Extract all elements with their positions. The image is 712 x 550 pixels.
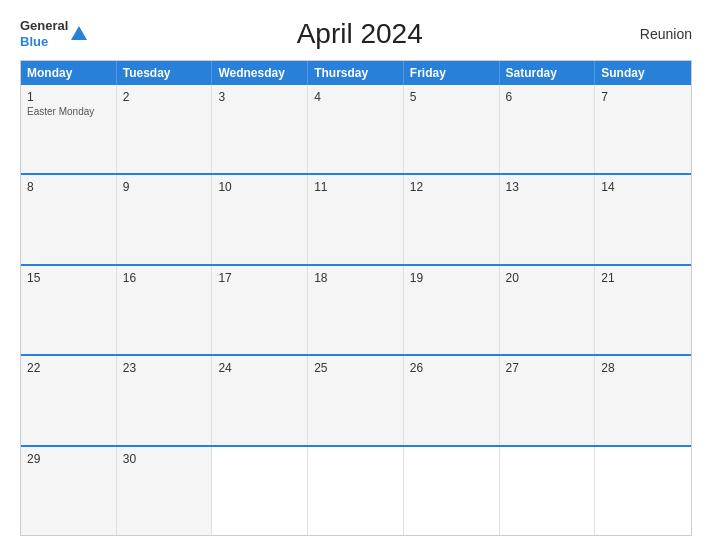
day-cell-0-0: 1Easter Monday [21,85,117,173]
day-cell-2-0: 15 [21,266,117,354]
day-cell-4-0: 29 [21,447,117,535]
week-2: 891011121314 [21,173,691,263]
day-number: 20 [506,271,589,285]
day-cell-3-1: 23 [117,356,213,444]
week-3: 15161718192021 [21,264,691,354]
calendar-page: General Blue April 2024 Reunion Monday T… [0,0,712,550]
day-number: 28 [601,361,685,375]
day-event: Easter Monday [27,106,110,117]
day-cell-4-4 [404,447,500,535]
calendar-header: Monday Tuesday Wednesday Thursday Friday… [21,61,691,85]
day-number: 21 [601,271,685,285]
day-cell-1-6: 14 [595,175,691,263]
header-sunday: Sunday [595,61,691,85]
day-cell-0-3: 4 [308,85,404,173]
header-thursday: Thursday [308,61,404,85]
day-cell-3-6: 28 [595,356,691,444]
day-cell-4-6 [595,447,691,535]
day-cell-2-3: 18 [308,266,404,354]
day-number: 18 [314,271,397,285]
header-monday: Monday [21,61,117,85]
logo-blue-text: Blue [20,34,68,50]
day-number: 9 [123,180,206,194]
header-tuesday: Tuesday [117,61,213,85]
day-number: 27 [506,361,589,375]
header: General Blue April 2024 Reunion [20,18,692,50]
day-cell-3-4: 26 [404,356,500,444]
logo: General Blue [20,18,87,49]
day-number: 11 [314,180,397,194]
day-number: 6 [506,90,589,104]
header-wednesday: Wednesday [212,61,308,85]
day-number: 3 [218,90,301,104]
header-friday: Friday [404,61,500,85]
day-cell-4-1: 30 [117,447,213,535]
logo-triangle-icon [71,26,87,40]
day-cell-2-4: 19 [404,266,500,354]
day-cell-0-5: 6 [500,85,596,173]
day-cell-3-5: 27 [500,356,596,444]
week-1: 1Easter Monday234567 [21,85,691,173]
day-cell-1-3: 11 [308,175,404,263]
week-4: 22232425262728 [21,354,691,444]
day-number: 2 [123,90,206,104]
calendar-grid: Monday Tuesday Wednesday Thursday Friday… [20,60,692,536]
day-number: 15 [27,271,110,285]
day-number: 10 [218,180,301,194]
week-5: 2930 [21,445,691,535]
day-number: 4 [314,90,397,104]
day-cell-1-1: 9 [117,175,213,263]
day-cell-2-1: 16 [117,266,213,354]
day-number: 1 [27,90,110,104]
calendar-body: 1Easter Monday23456789101112131415161718… [21,85,691,535]
day-number: 19 [410,271,493,285]
day-cell-3-0: 22 [21,356,117,444]
logo-text: General Blue [20,18,68,49]
day-number: 13 [506,180,589,194]
day-cell-1-0: 8 [21,175,117,263]
logo-general-text: General [20,18,68,34]
header-saturday: Saturday [500,61,596,85]
day-cell-0-6: 7 [595,85,691,173]
day-number: 23 [123,361,206,375]
day-cell-3-3: 25 [308,356,404,444]
day-number: 14 [601,180,685,194]
day-number: 8 [27,180,110,194]
day-cell-4-3 [308,447,404,535]
day-cell-2-5: 20 [500,266,596,354]
day-number: 7 [601,90,685,104]
day-cell-0-4: 5 [404,85,500,173]
day-number: 22 [27,361,110,375]
day-cell-0-1: 2 [117,85,213,173]
day-cell-1-5: 13 [500,175,596,263]
day-cell-4-5 [500,447,596,535]
day-cell-2-2: 17 [212,266,308,354]
day-cell-1-2: 10 [212,175,308,263]
calendar-title: April 2024 [87,18,632,50]
day-cell-1-4: 12 [404,175,500,263]
day-number: 24 [218,361,301,375]
region-label: Reunion [632,26,692,42]
day-number: 5 [410,90,493,104]
day-number: 16 [123,271,206,285]
day-number: 26 [410,361,493,375]
day-number: 30 [123,452,206,466]
day-number: 25 [314,361,397,375]
day-number: 29 [27,452,110,466]
day-cell-2-6: 21 [595,266,691,354]
day-cell-4-2 [212,447,308,535]
day-number: 12 [410,180,493,194]
day-number: 17 [218,271,301,285]
day-cell-3-2: 24 [212,356,308,444]
day-cell-0-2: 3 [212,85,308,173]
